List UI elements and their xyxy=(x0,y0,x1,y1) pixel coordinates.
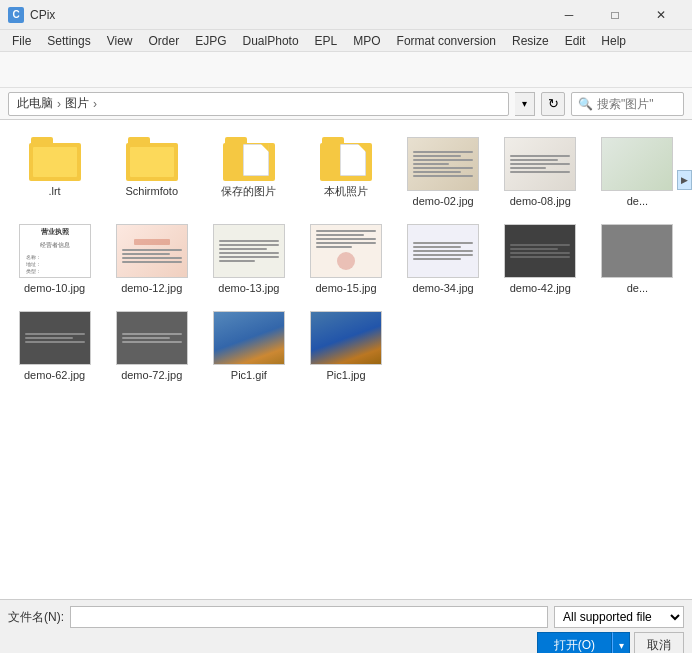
image-thumbnail: 营业执照 经营者信息 名称：地址：类型： xyxy=(19,224,91,278)
list-item[interactable]: demo-02.jpg xyxy=(397,130,490,213)
list-item[interactable]: 营业执照 经营者信息 名称：地址：类型： demo-10.jpg xyxy=(8,217,101,300)
list-item[interactable]: de... xyxy=(591,217,684,300)
file-label: demo-34.jpg xyxy=(413,282,474,295)
list-item[interactable]: de... xyxy=(591,130,684,213)
open-dropdown-arrow[interactable]: ▾ xyxy=(612,632,630,653)
menu-order[interactable]: Order xyxy=(141,32,188,50)
filename-input[interactable] xyxy=(70,606,548,628)
image-thumbnail xyxy=(310,224,382,278)
list-item[interactable]: demo-13.jpg xyxy=(202,217,295,300)
list-item[interactable]: demo-72.jpg xyxy=(105,304,198,387)
file-label: demo-10.jpg xyxy=(24,282,85,295)
app-title: CPix xyxy=(30,8,55,22)
filename-row: 文件名(N): All supported file xyxy=(8,606,684,628)
file-label: demo-08.jpg xyxy=(510,195,571,208)
cancel-button[interactable]: 取消 xyxy=(634,632,684,653)
list-item[interactable]: demo-34.jpg xyxy=(397,217,490,300)
title-bar: C CPix ─ □ ✕ xyxy=(0,0,692,30)
menu-dualphoto[interactable]: DualPhoto xyxy=(235,32,307,50)
menu-help[interactable]: Help xyxy=(593,32,634,50)
image-thumbnail xyxy=(407,224,479,278)
file-label: 本机照片 xyxy=(324,185,368,198)
list-item[interactable]: demo-62.jpg xyxy=(8,304,101,387)
list-item[interactable]: demo-08.jpg xyxy=(494,130,587,213)
close-button[interactable]: ✕ xyxy=(638,0,684,30)
title-bar-controls: ─ □ ✕ xyxy=(546,0,684,30)
search-icon: 🔍 xyxy=(578,97,593,111)
menu-file[interactable]: File xyxy=(4,32,39,50)
file-label: demo-02.jpg xyxy=(413,195,474,208)
bottom-bar: 文件名(N): All supported file 打开(O) ▾ 取消 xyxy=(0,599,692,653)
scroll-indicator[interactable]: ▶ xyxy=(677,170,692,190)
menu-edit[interactable]: Edit xyxy=(557,32,594,50)
list-item[interactable]: Pic1.jpg xyxy=(299,304,392,387)
image-thumbnail xyxy=(213,311,285,365)
menu-ejpg[interactable]: EJPG xyxy=(187,32,234,50)
file-label: demo-72.jpg xyxy=(121,369,182,382)
address-dropdown-button[interactable]: ▾ xyxy=(515,92,535,116)
open-button[interactable]: 打开(O) xyxy=(537,632,612,653)
file-label: demo-12.jpg xyxy=(121,282,182,295)
folder-icon xyxy=(126,137,178,181)
image-thumbnail xyxy=(601,224,673,278)
toolbar-area xyxy=(0,52,692,88)
path-separator-1: › xyxy=(57,97,61,111)
open-btn-group: 打开(O) ▾ xyxy=(537,632,630,653)
app-icon: C xyxy=(8,7,24,23)
image-thumbnail xyxy=(116,311,188,365)
file-label: 保存的图片 xyxy=(221,185,276,198)
menu-bar: File Settings View Order EJPG DualPhoto … xyxy=(0,30,692,52)
file-label: Pic1.gif xyxy=(231,369,267,382)
title-bar-left: C CPix xyxy=(8,7,55,23)
list-item[interactable]: Schirmfoto xyxy=(105,130,198,213)
file-label: .lrt xyxy=(48,185,60,198)
path-part-2: 图片 xyxy=(65,95,89,112)
image-thumbnail xyxy=(213,224,285,278)
menu-epl[interactable]: EPL xyxy=(307,32,346,50)
address-bar: 此电脑 › 图片 › ▾ ↻ 🔍 xyxy=(0,88,692,120)
image-thumbnail xyxy=(601,137,673,191)
filename-label: 文件名(N): xyxy=(8,609,64,626)
menu-mpo[interactable]: MPO xyxy=(345,32,388,50)
file-label: Schirmfoto xyxy=(125,185,178,198)
folder-doc-icon xyxy=(320,137,372,181)
image-thumbnail xyxy=(116,224,188,278)
action-row: 打开(O) ▾ 取消 xyxy=(8,632,684,653)
file-browser: .lrt Schirmfoto 保存的图片 本机照片 demo-02 xyxy=(0,120,692,599)
folder-doc-icon xyxy=(223,137,275,181)
refresh-button[interactable]: ↻ xyxy=(541,92,565,116)
minimize-button[interactable]: ─ xyxy=(546,0,592,30)
search-box: 🔍 xyxy=(571,92,684,116)
search-input[interactable] xyxy=(597,97,677,111)
folder-icon xyxy=(29,137,81,181)
list-item[interactable]: 保存的图片 xyxy=(202,130,295,213)
path-separator-2: › xyxy=(93,97,97,111)
list-item[interactable]: demo-15.jpg xyxy=(299,217,392,300)
filetype-select[interactable]: All supported file xyxy=(554,606,684,628)
menu-resize[interactable]: Resize xyxy=(504,32,557,50)
file-label: de... xyxy=(627,195,648,208)
menu-format-conversion[interactable]: Format conversion xyxy=(389,32,504,50)
file-label: Pic1.jpg xyxy=(326,369,365,382)
file-label: de... xyxy=(627,282,648,295)
file-label: demo-15.jpg xyxy=(315,282,376,295)
menu-view[interactable]: View xyxy=(99,32,141,50)
file-label: demo-42.jpg xyxy=(510,282,571,295)
menu-settings[interactable]: Settings xyxy=(39,32,98,50)
maximize-button[interactable]: □ xyxy=(592,0,638,30)
image-thumbnail xyxy=(504,137,576,191)
list-item[interactable]: demo-12.jpg xyxy=(105,217,198,300)
path-part-1: 此电脑 xyxy=(17,95,53,112)
image-thumbnail xyxy=(407,137,479,191)
address-path[interactable]: 此电脑 › 图片 › xyxy=(8,92,509,116)
list-item[interactable]: Pic1.gif xyxy=(202,304,295,387)
file-label: demo-13.jpg xyxy=(218,282,279,295)
file-label: demo-62.jpg xyxy=(24,369,85,382)
list-item[interactable]: .lrt xyxy=(8,130,101,213)
image-thumbnail xyxy=(19,311,91,365)
image-thumbnail xyxy=(504,224,576,278)
list-item[interactable]: demo-42.jpg xyxy=(494,217,587,300)
image-thumbnail xyxy=(310,311,382,365)
list-item[interactable]: 本机照片 xyxy=(299,130,392,213)
